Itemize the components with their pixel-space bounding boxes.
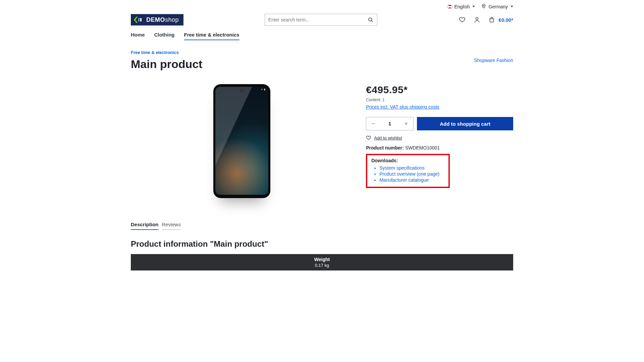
- tax-shipping-link[interactable]: Prices incl. VAT plus shipping costs: [366, 104, 439, 110]
- download-link-system-specs[interactable]: System specifications: [379, 165, 425, 171]
- breadcrumb-link[interactable]: Free time & electronics: [131, 50, 179, 55]
- product-gallery: ▾ ▮: [131, 84, 353, 198]
- download-item: System specifications: [379, 165, 444, 171]
- uk-flag-icon: [447, 5, 452, 8]
- qty-increase-button[interactable]: [399, 117, 413, 130]
- shopping-bag-icon: [488, 16, 495, 23]
- main-nav: Home Clothing Free time & electronics: [131, 30, 513, 45]
- nav-free-time-electronics[interactable]: Free time & electronics: [184, 32, 239, 40]
- svg-line-4: [371, 20, 373, 22]
- download-item: Product overview (one page): [379, 171, 444, 177]
- search-icon[interactable]: [368, 17, 374, 23]
- logo-mark-icon: [133, 16, 143, 23]
- svg-rect-2: [140, 18, 142, 21]
- svg-point-0: [483, 5, 484, 6]
- country-label: Germany: [488, 4, 508, 9]
- page-title: Main product: [131, 58, 202, 71]
- wishlist-icon[interactable]: [459, 16, 466, 23]
- detail-tabs: Description Reviews: [131, 222, 513, 230]
- product-image[interactable]: ▾ ▮: [213, 84, 270, 198]
- product-number: Product number: SWDEMO10001: [366, 145, 513, 150]
- cart-total: €0.00*: [499, 17, 513, 23]
- nav-home[interactable]: Home: [131, 32, 145, 40]
- account-icon[interactable]: [473, 16, 481, 23]
- spec-table: Weight 0.17 kg: [131, 254, 513, 270]
- nav-clothing[interactable]: Clothing: [154, 32, 175, 40]
- download-item: Manufacturer catalogue: [379, 177, 444, 183]
- qty-decrease-button[interactable]: [366, 117, 380, 130]
- downloads-heading: Downloads:: [371, 158, 444, 163]
- breadcrumb: Free time & electronics: [131, 45, 513, 58]
- spec-row: Weight 0.17 kg: [131, 254, 513, 270]
- language-label: English: [454, 4, 470, 9]
- cart-button[interactable]: €0.00*: [488, 16, 513, 23]
- language-selector[interactable]: English: [447, 4, 475, 9]
- site-logo[interactable]: DEMOshop: [131, 14, 183, 25]
- chevron-down-icon: [472, 6, 475, 7]
- product-price: €495.95*: [366, 84, 513, 96]
- svg-point-5: [476, 17, 478, 20]
- content-info: Content: 1: [366, 98, 513, 102]
- wishlist-label: Add to wishlist: [374, 135, 402, 140]
- tab-description[interactable]: Description: [131, 222, 159, 230]
- location-pin-icon: [481, 3, 486, 10]
- product-info-heading: Product information "Main product": [131, 239, 513, 249]
- search-input[interactable]: [268, 17, 368, 22]
- manufacturer-link[interactable]: Shopware Fashion: [474, 58, 513, 63]
- downloads-section: Downloads: System specifications Product…: [366, 154, 450, 188]
- tab-reviews[interactable]: Reviews: [162, 222, 181, 230]
- chevron-down-icon: [511, 6, 513, 7]
- heart-icon: [366, 135, 371, 140]
- add-to-cart-button[interactable]: Add to shopping cart: [417, 117, 513, 130]
- country-selector[interactable]: Germany: [481, 3, 513, 10]
- download-link-overview[interactable]: Product overview (one page): [379, 171, 439, 177]
- spec-value: 0.17 kg: [131, 263, 513, 268]
- quantity-stepper: [366, 117, 414, 130]
- svg-rect-1: [138, 18, 140, 21]
- download-link-catalogue[interactable]: Manufacturer catalogue: [379, 177, 429, 183]
- qty-input[interactable]: [380, 117, 399, 130]
- add-to-wishlist-link[interactable]: Add to wishlist: [366, 135, 513, 140]
- logo-text: DEMOshop: [146, 16, 179, 23]
- spec-key: Weight: [131, 257, 513, 262]
- search-box: [265, 14, 377, 26]
